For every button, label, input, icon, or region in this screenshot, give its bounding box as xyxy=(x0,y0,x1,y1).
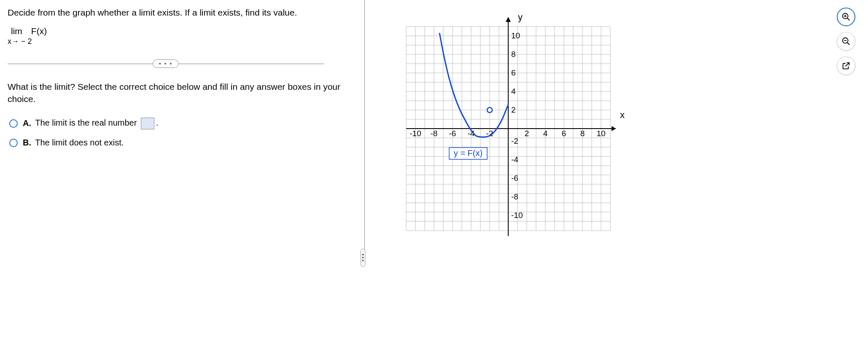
vertical-expand-pill[interactable]: ••• xyxy=(361,249,365,267)
svg-text:-10: -10 xyxy=(410,129,421,138)
open-external-icon xyxy=(841,61,851,70)
svg-line-71 xyxy=(847,18,850,21)
vertical-divider xyxy=(364,0,365,257)
radio-A[interactable] xyxy=(9,119,18,128)
expand-pill[interactable]: • • • xyxy=(153,59,179,68)
svg-text:-4: -4 xyxy=(511,155,518,164)
choice-A-text-after: . xyxy=(156,118,159,128)
svg-text:-8: -8 xyxy=(511,192,518,201)
svg-text:y = F(x): y = F(x) xyxy=(454,148,483,158)
svg-text:4: 4 xyxy=(511,87,516,96)
choice-A[interactable]: A. The limit is the real number . xyxy=(9,118,353,129)
open-external-button[interactable] xyxy=(837,56,855,75)
choice-B-letter: B. xyxy=(23,138,31,147)
choice-B[interactable]: B. The limit does not exist. xyxy=(9,138,353,148)
svg-marker-47 xyxy=(506,17,511,22)
graph: -10 -8 -6 -4 -2 2 4 6 8 10 10 8 6 4 2 -2… xyxy=(405,13,624,251)
svg-text:-2: -2 xyxy=(511,137,518,145)
svg-text:10: 10 xyxy=(511,31,520,40)
limit-bottom: x→ − 2 xyxy=(8,37,353,46)
answer-input-A[interactable] xyxy=(141,118,154,129)
instruction-text: Decide from the graph whether a limit ex… xyxy=(8,8,353,18)
radio-B[interactable] xyxy=(9,139,18,147)
svg-marker-45 xyxy=(612,126,616,131)
zoom-out-button[interactable] xyxy=(837,32,855,51)
svg-text:-8: -8 xyxy=(431,129,438,138)
svg-text:-6: -6 xyxy=(511,174,518,183)
curve-label: y = F(x) xyxy=(449,148,487,159)
svg-text:-6: -6 xyxy=(449,129,456,138)
svg-text:10: 10 xyxy=(596,129,605,138)
svg-text:6: 6 xyxy=(562,129,566,138)
limit-expression: lim F(x) x→ − 2 xyxy=(8,25,353,47)
open-point-icon xyxy=(487,108,492,113)
svg-text:6: 6 xyxy=(511,68,516,77)
svg-text:8: 8 xyxy=(511,50,516,59)
zoom-out-icon xyxy=(841,37,851,46)
svg-text:2: 2 xyxy=(525,129,529,138)
zoom-in-button[interactable] xyxy=(837,8,855,26)
choice-B-text: The limit does not exist. xyxy=(35,138,124,147)
y-axis-label: y xyxy=(518,12,523,23)
graph-svg: -10 -8 -6 -4 -2 2 4 6 8 10 10 8 6 4 2 -2… xyxy=(405,13,624,249)
question-text: What is the limit? Select the correct ch… xyxy=(8,81,353,105)
svg-line-75 xyxy=(847,43,850,45)
zoom-in-icon xyxy=(841,12,851,22)
x-axis-label: x xyxy=(620,110,625,121)
svg-text:2: 2 xyxy=(511,105,516,114)
svg-text:-10: -10 xyxy=(511,211,523,220)
svg-text:8: 8 xyxy=(580,129,585,138)
choice-A-text-before: The limit is the real number xyxy=(35,118,137,128)
limit-top: lim F(x) xyxy=(8,25,353,37)
choice-A-letter: A. xyxy=(23,118,31,128)
horizontal-divider: • • • xyxy=(8,59,324,68)
svg-text:4: 4 xyxy=(543,129,548,138)
